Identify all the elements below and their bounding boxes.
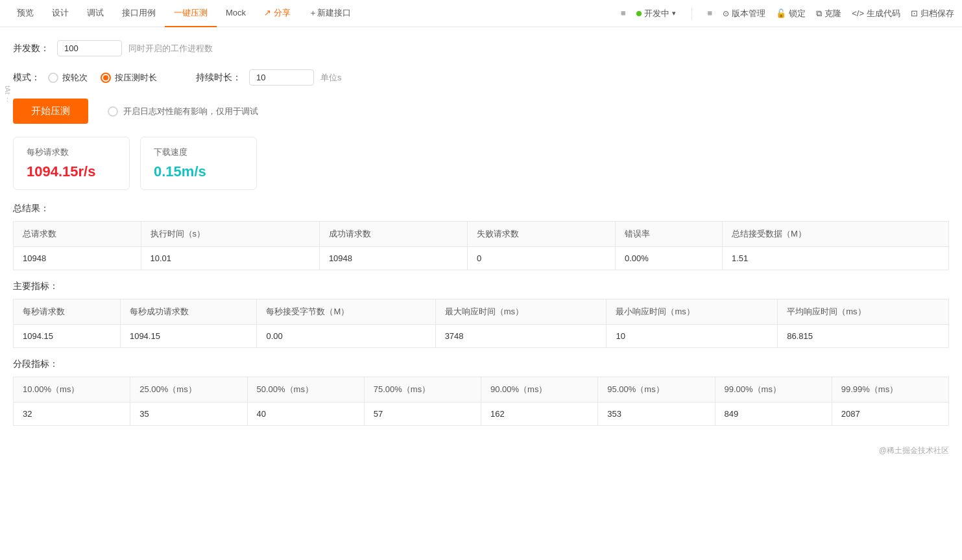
col-exec-time: 执行时间（s） [141,222,319,247]
sort-icon: ≡ [621,8,626,18]
col-max-response: 最大响应时间（ms） [435,299,607,325]
cell-error-rate: 0.00% [616,247,723,270]
cell-p90: 162 [481,402,598,426]
cell-max-response: 3748 [435,325,607,348]
cell-p25: 35 [130,402,247,426]
cell-success-requests: 10948 [319,247,467,270]
menu-button[interactable]: ≡ [708,8,713,18]
code-icon: </> [852,8,864,18]
log-option[interactable]: 开启日志对性能有影响，仅用于调试 [108,106,258,117]
col-p90: 90.00%（ms） [481,377,598,402]
cell-total-requests: 10948 [14,247,141,270]
version-management-button[interactable]: ⊙ 版本管理 [723,8,765,19]
cell-bytes-per-sec: 0.00 [257,325,435,348]
cell-rps: 1094.15 [14,325,121,348]
col-error-rate: 错误率 [616,222,723,247]
col-min-response: 最小响应时间（ms） [607,299,778,325]
col-p50: 50.00%（ms） [247,377,364,402]
concurrency-label: 并发数： [13,43,49,54]
start-row: 开始压测 开启日志对性能有影响，仅用于调试 [13,99,949,124]
footer: @稀土掘金技术社区 [0,439,962,463]
rps-card-value: 1094.15r/s [27,163,116,180]
col-p9999: 99.99%（ms） [832,377,948,402]
tab-debug[interactable]: 调试 [78,0,113,27]
tab-share[interactable]: ↗ 分享 [255,0,300,27]
status-selector[interactable]: 开发中 ▾ [636,8,676,19]
col-bytes-per-sec: 每秒接受字节数（M） [257,299,435,325]
start-stress-test-button[interactable]: 开始压测 [13,99,88,124]
duration-input[interactable] [249,69,314,86]
cell-p10: 32 [14,402,130,426]
archive-button[interactable]: ⊡ 归档保存 [911,8,954,19]
summary-table: 总请求数 执行时间（s） 成功请求数 失败请求数 错误率 总结接受数据（M） 1… [13,221,949,270]
col-total-received-data: 总结接受数据（M） [722,222,948,247]
nav-right: ≡ 开发中 ▾ ≡ ⊙ 版本管理 🔓 锁定 ⧉ 克隆 </> 生成代码 ⊡ 归 [621,7,954,20]
col-success-rps: 每秒成功请求数 [120,299,257,325]
cell-p9999: 2087 [832,402,948,426]
clone-button[interactable]: ⧉ 克隆 [816,8,841,19]
cell-success-rps: 1094.15 [120,325,257,348]
tab-stress-test[interactable]: 一键压测 [165,0,217,27]
sort-button[interactable]: ≡ [621,8,626,18]
tab-new-interface[interactable]: ＋ 新建接口 [300,0,360,27]
col-p95: 95.00%（ms） [598,377,715,402]
summary-header-row: 总请求数 执行时间（s） 成功请求数 失败请求数 错误率 总结接受数据（M） [14,222,949,247]
cell-avg-response: 86.815 [778,325,949,348]
col-avg-response: 平均响应时间（ms） [778,299,949,325]
col-failed-requests: 失败请求数 [467,222,615,247]
cell-p50: 40 [247,402,364,426]
clone-icon: ⧉ [816,8,822,19]
tab-preview[interactable]: 预览 [8,0,43,27]
cell-p99: 849 [715,402,832,426]
cell-total-received-data: 1.51 [722,247,948,270]
main-content: 并发数： 同时开启的工作进程数 模式： 按轮次 按压测时长 持续时长： 单位s … [0,27,962,439]
tab-mock[interactable]: Mock [217,0,255,27]
col-total-requests: 总请求数 [14,222,141,247]
log-radio-icon [108,106,118,117]
col-success-requests: 成功请求数 [319,222,467,247]
mode-by-round[interactable]: 按轮次 [48,72,88,84]
rps-card: 每秒请求数 1094.15r/s [13,137,130,190]
duration-section: 持续时长： 单位s [196,69,342,86]
lock-button[interactable]: 🔓 锁定 [776,8,806,19]
summary-section-title: 总结果： [13,203,949,215]
cell-min-response: 10 [607,325,778,348]
nav-tabs: 预览 设计 调试 接口用例 一键压测 Mock ↗ 分享 ＋ 新建接口 [8,0,360,27]
segment-metrics-section-title: 分段指标： [13,358,949,370]
main-metrics-section-title: 主要指标： [13,281,949,292]
table-row: 10948 10.01 10948 0 0.00% 1.51 [14,247,949,270]
sidebar-hint: tAt： [0,83,15,104]
col-rps: 每秒请求数 [14,299,121,325]
menu-icon: ≡ [708,8,713,18]
download-speed-card: 下载速度 0.15m/s [140,137,257,190]
top-nav: 预览 设计 调试 接口用例 一键压测 Mock ↗ 分享 ＋ 新建接口 ≡ [0,0,962,27]
rps-card-title: 每秒请求数 [27,146,116,158]
tab-interface-example[interactable]: 接口用例 [113,0,165,27]
plus-icon: ＋ [309,7,317,19]
segment-metrics-header-row: 10.00%（ms） 25.00%（ms） 50.00%（ms） 75.00%（… [14,377,949,402]
generate-code-button[interactable]: </> 生成代码 [852,8,900,19]
mode-by-duration[interactable]: 按压测时长 [101,72,157,84]
table-row: 1094.15 1094.15 0.00 3748 10 86.815 [14,325,949,348]
cell-exec-time: 10.01 [141,247,319,270]
col-p75: 75.00%（ms） [364,377,481,402]
archive-icon: ⊡ [911,8,918,18]
col-p99: 99.00%（ms） [715,377,832,402]
main-metrics-header-row: 每秒请求数 每秒成功请求数 每秒接受字节数（M） 最大响应时间（ms） 最小响应… [14,299,949,325]
mode-radio-group: 按轮次 按压测时长 [48,72,157,84]
metric-cards: 每秒请求数 1094.15r/s 下载速度 0.15m/s [13,137,949,190]
cell-p95: 353 [598,402,715,426]
download-card-value: 0.15m/s [154,163,243,180]
download-card-title: 下载速度 [154,146,243,158]
main-metrics-table: 每秒请求数 每秒成功请求数 每秒接受字节数（M） 最大响应时间（ms） 最小响应… [13,299,949,348]
table-row: 32 35 40 57 162 353 849 2087 [14,402,949,426]
share-icon: ↗ [264,8,271,18]
col-p10: 10.00%（ms） [14,377,130,402]
footer-text: @稀土掘金技术社区 [879,446,949,455]
col-p25: 25.00%（ms） [130,377,247,402]
duration-label: 持续时长： [196,72,241,84]
cell-failed-requests: 0 [467,247,615,270]
concurrency-input[interactable] [57,40,122,56]
tab-design[interactable]: 设计 [43,0,78,27]
duration-unit: 单位s [320,72,342,84]
